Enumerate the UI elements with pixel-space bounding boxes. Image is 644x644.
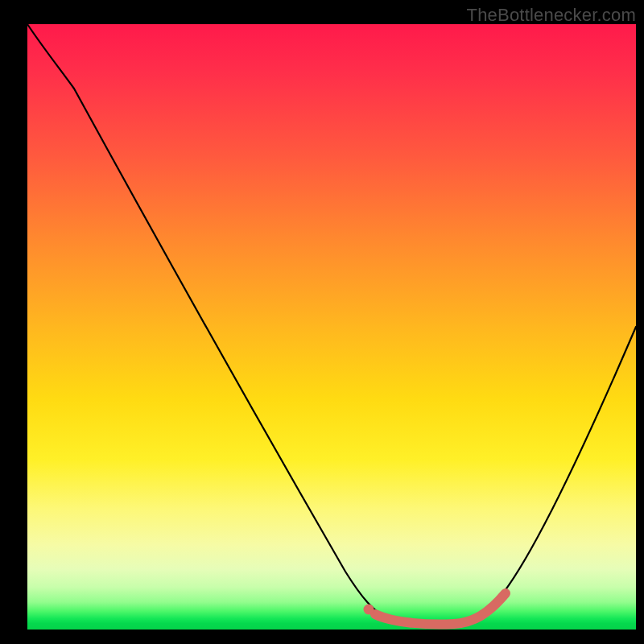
optimal-range-start-dot xyxy=(364,605,374,615)
chart-svg xyxy=(27,24,636,630)
plot-area xyxy=(27,24,636,630)
watermark-text: TheBottlenecker.com xyxy=(467,5,636,26)
chart-frame: TheBottlenecker.com xyxy=(0,0,644,644)
optimal-range-highlight xyxy=(375,593,506,625)
bottleneck-curve xyxy=(27,24,636,624)
